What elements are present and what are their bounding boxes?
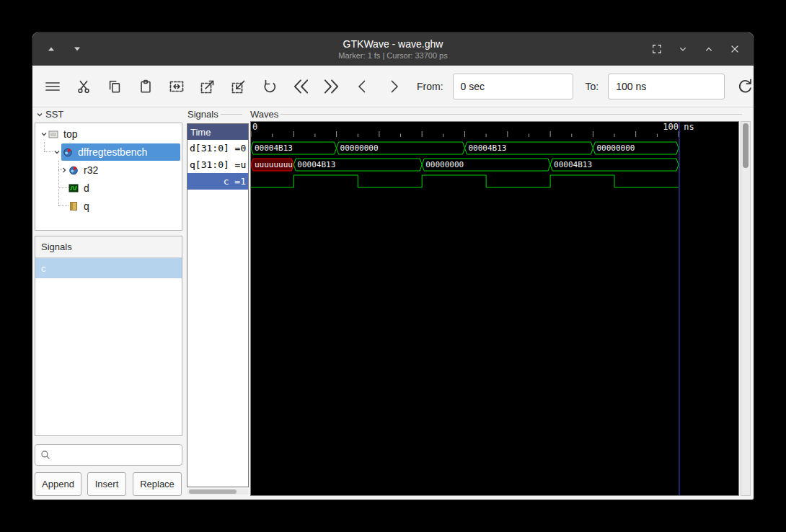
skip-to-end-icon [322, 77, 341, 96]
zoom-fit-icon [168, 78, 185, 95]
cut-button[interactable] [73, 76, 94, 97]
svg-text:00004B13: 00004B13 [255, 143, 293, 153]
window-title: GTKWave - wave.ghw [338, 38, 447, 50]
marker-cursor-status: Marker: 1 fs | Cursor: 33700 ps [338, 51, 447, 60]
skip-to-end-button[interactable] [321, 76, 343, 97]
svg-text:00004B13: 00004B13 [469, 143, 507, 153]
desktop: GTKWave - wave.ghw Marker: 1 fs | Cursor… [0, 0, 786, 532]
zoom-out-icon [230, 78, 247, 95]
chevron-down-button[interactable] [673, 39, 693, 59]
svg-text:00004B13: 00004B13 [554, 160, 592, 169]
svg-text:uuuuuuuu: uuuuuuuu [255, 160, 293, 169]
svg-text:100 ns: 100 ns [663, 122, 694, 132]
tree-item-d[interactable]: d [35, 179, 182, 197]
append-button[interactable]: Append [35, 472, 81, 496]
signals-pane-title: Signals [187, 109, 218, 120]
copy-button[interactable] [104, 76, 125, 97]
from-input[interactable] [453, 74, 573, 99]
zoom-undo-icon [261, 78, 278, 95]
to-label: To: [586, 81, 599, 92]
waves-pane-header: Waves [250, 109, 742, 120]
skip-to-start-icon [291, 77, 310, 96]
pane-title-rule [281, 114, 742, 115]
tree-item-label: q [81, 200, 92, 212]
zoom-in-icon [199, 78, 216, 95]
from-label: From: [417, 81, 443, 92]
triangle-up-icon [47, 45, 56, 53]
menu-button[interactable] [42, 76, 63, 97]
waveform-icon [69, 183, 79, 193]
signal-name-list: Time d[31:0] =0 q[31:0] =u c =1 [187, 123, 249, 487]
waves-vertical-scrollbar[interactable] [741, 121, 751, 496]
search-input[interactable] [51, 445, 187, 465]
tree-item-q[interactable]: q [35, 197, 182, 215]
titlebar[interactable]: GTKWave - wave.ghw Marker: 1 fs | Cursor… [32, 32, 754, 66]
cut-icon [76, 79, 92, 94]
waves-pane-title: Waves [250, 109, 278, 120]
signal-row-q[interactable]: q[31:0] =u [187, 156, 248, 173]
sst-pane-header[interactable]: SST [36, 109, 63, 120]
svg-text:00004B13: 00004B13 [297, 160, 335, 169]
to-input[interactable] [608, 74, 725, 99]
waveform-plot: 0100 ns00004B130000000000004B1300000000u… [251, 122, 738, 495]
signal-list-item-c[interactable]: c [35, 258, 182, 278]
signals-horizontal-scrollbar[interactable] [187, 489, 249, 495]
reload-button[interactable] [734, 76, 754, 97]
toolbar: From: To: [32, 66, 754, 107]
titlebar-left-controls [32, 39, 87, 59]
tree-item-label: d [81, 182, 92, 194]
zoom-in-button[interactable] [197, 76, 218, 97]
selected-tree-item[interactable]: dffregtestbench [61, 143, 180, 161]
main-content: SST top [32, 107, 754, 500]
waveform-canvas[interactable]: 0100 ns00004B130000000000004B1300000000u… [250, 121, 739, 496]
svg-text:00000000: 00000000 [596, 143, 635, 153]
svg-text:00000000: 00000000 [340, 143, 379, 153]
title-block: GTKWave - wave.ghw Marker: 1 fs | Cursor… [338, 38, 447, 60]
sst-tree: top dffregtestbench [35, 123, 182, 231]
svg-text:0: 0 [252, 122, 257, 132]
zoom-out-button[interactable] [228, 76, 250, 97]
paste-button[interactable] [135, 76, 156, 97]
tree-item-label: r32 [81, 164, 100, 176]
pane-splitter[interactable] [183, 107, 186, 500]
tree-item-top[interactable]: top [35, 125, 182, 143]
search-icon [40, 449, 51, 461]
expander-right-icon[interactable] [60, 166, 69, 174]
close-button[interactable] [725, 39, 745, 59]
expander-down-icon[interactable] [53, 148, 61, 156]
scrollbar-thumb[interactable] [189, 489, 237, 494]
zoom-undo-button[interactable] [259, 76, 281, 97]
skip-to-start-button[interactable] [290, 76, 312, 97]
replace-button[interactable]: Replace [133, 472, 182, 496]
insert-button[interactable]: Insert [87, 472, 126, 496]
signal-row-d[interactable]: d[31:0] =0 [187, 140, 248, 156]
copy-icon [107, 79, 123, 94]
triangle-down-icon [73, 45, 81, 53]
reload-icon [736, 77, 754, 96]
zoom-fit-button[interactable] [166, 76, 187, 97]
signals-list-header: Signals [35, 236, 182, 258]
scrollbar-thumb[interactable] [743, 123, 749, 168]
paste-icon [138, 79, 154, 94]
chevron-up-button[interactable] [699, 39, 719, 59]
signal-row-c[interactable]: c =1 [187, 173, 248, 190]
tree-item-dffregtestbench[interactable]: dffregtestbench [35, 143, 182, 161]
restore-button[interactable] [647, 39, 667, 59]
restore-icon [650, 43, 663, 56]
chevron-left-icon [354, 78, 371, 95]
chevron-down-icon [677, 43, 689, 55]
nav-down-button[interactable] [67, 39, 87, 59]
module-icon [63, 147, 73, 157]
step-left-button[interactable] [352, 76, 374, 97]
sst-expander-icon [36, 111, 43, 118]
signal-search [35, 444, 182, 466]
titlebar-right-controls [647, 39, 754, 59]
register-icon [69, 201, 79, 211]
tree-item-r32[interactable]: r32 [35, 161, 182, 179]
expander-down-icon[interactable] [40, 130, 48, 138]
tree-item-label: dffregtestbench [76, 146, 149, 158]
pane-title-rule [221, 114, 242, 115]
nav-up-button[interactable] [41, 39, 61, 59]
step-right-button[interactable] [383, 76, 405, 97]
time-column-header[interactable]: Time [187, 124, 248, 140]
